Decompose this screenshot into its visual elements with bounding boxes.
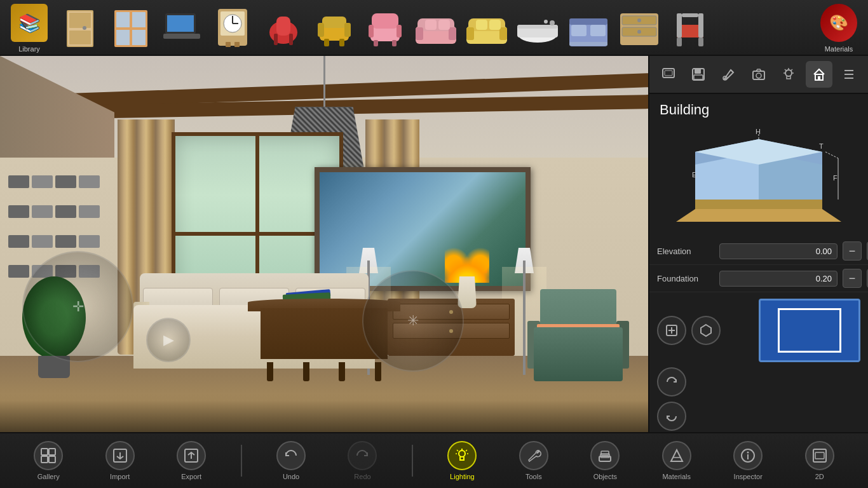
furniture-chair-red[interactable]	[261, 6, 306, 49]
redo-label: Redo	[354, 473, 370, 480]
furniture-door[interactable]	[57, 6, 103, 49]
library-button[interactable]: 📚 Library	[6, 0, 52, 55]
building-3d-diagram: T F E H	[676, 126, 841, 234]
redo-button[interactable]: Redo	[340, 438, 384, 483]
window-icon	[111, 7, 151, 48]
decor-block	[55, 235, 76, 248]
furniture-window[interactable]	[108, 6, 154, 49]
inspector-button[interactable]: Inspector	[726, 438, 770, 483]
export-button[interactable]: Export	[169, 438, 214, 483]
viewport[interactable]: ✛ ▶ ✳	[0, 56, 648, 432]
navigation-joystick-left[interactable]: ✛	[22, 251, 133, 362]
objects-button[interactable]: Objects	[583, 438, 627, 483]
tab-light[interactable]	[775, 61, 802, 88]
lamp-pole	[523, 261, 526, 375]
tab-save[interactable]	[685, 61, 712, 88]
decor-block	[32, 205, 53, 218]
building-controls	[649, 292, 868, 432]
decor-block	[79, 235, 100, 248]
move-3d-button[interactable]	[691, 316, 721, 345]
foundation-label: Foundation	[657, 274, 714, 283]
svg-text:H: H	[756, 128, 761, 135]
bottom-toolbar: Gallery Import Export Undo Redo Lighting	[0, 432, 868, 488]
materials-button[interactable]: 🎨 Materials	[816, 0, 862, 55]
svg-rect-56	[569, 42, 607, 46]
foundation-minus-button[interactable]: −	[843, 269, 862, 288]
inspector-label: Inspector	[734, 473, 763, 480]
materials-bottom-button[interactable]: Materials	[654, 438, 699, 483]
svg-line-80	[785, 69, 786, 71]
lighting-label: Lighting	[450, 473, 475, 480]
foundation-row: Foundation − +	[649, 265, 868, 292]
navigation-action-button[interactable]: ✳	[362, 270, 464, 372]
svg-rect-33	[374, 40, 378, 46]
redo-icon	[348, 441, 377, 470]
svg-line-81	[791, 69, 792, 71]
tab-home[interactable]	[806, 61, 832, 88]
svg-rect-66	[698, 37, 703, 46]
add-room-button[interactable]	[657, 316, 686, 345]
svg-rect-72	[694, 75, 703, 79]
elevation-minus-button[interactable]: −	[843, 241, 862, 261]
tools-button[interactable]: Tools	[512, 438, 556, 483]
armchair	[527, 286, 629, 381]
furniture-sofa-yellow[interactable]	[464, 6, 510, 49]
door-icon	[60, 7, 100, 48]
furniture-laptop[interactable]	[159, 6, 205, 49]
decor-block	[32, 175, 53, 188]
2d-button[interactable]: 2D	[797, 438, 842, 483]
lighting-button[interactable]: Lighting	[440, 438, 484, 483]
nav-right-arrow-icon: ▶	[163, 332, 174, 348]
red-chair-icon	[264, 7, 303, 48]
undo-button[interactable]: Undo	[269, 438, 313, 483]
svg-rect-54	[571, 25, 587, 36]
svg-line-120	[466, 450, 467, 451]
svg-rect-28	[339, 39, 344, 46]
furniture-bathtub[interactable]	[515, 6, 560, 49]
gallery-icon	[34, 441, 63, 470]
viewport-fade	[0, 400, 648, 432]
import-button[interactable]: Import	[98, 438, 142, 483]
materials-bottom-icon	[662, 441, 691, 470]
svg-rect-24	[322, 17, 346, 28]
tools-label: Tools	[526, 473, 542, 480]
furniture-clock[interactable]	[210, 6, 255, 49]
svg-rect-69	[665, 71, 672, 76]
furniture-armchair-yellow[interactable]	[311, 6, 357, 49]
svg-rect-10	[167, 15, 194, 32]
light-icon	[782, 67, 796, 81]
toolbar-divider-2	[412, 445, 413, 477]
nav-action-icon: ✳	[407, 313, 419, 329]
furniture-dresser-top[interactable]	[616, 6, 662, 49]
navigation-joystick-right[interactable]: ▶	[146, 318, 191, 362]
tab-list[interactable]	[836, 61, 862, 88]
tab-camera[interactable]	[745, 61, 772, 88]
svg-rect-83	[818, 76, 820, 80]
gallery-button[interactable]: Gallery	[26, 438, 71, 483]
pink-chair-icon	[365, 7, 405, 48]
svg-rect-37	[416, 27, 423, 40]
furniture-chair-pink[interactable]	[362, 6, 408, 49]
tab-select[interactable]	[655, 61, 682, 88]
table-leg	[303, 362, 309, 381]
pink-sofa-icon	[414, 7, 458, 48]
info-button[interactable]	[657, 402, 686, 431]
tab-paint[interactable]	[715, 61, 742, 88]
furniture-bed[interactable]	[566, 6, 611, 49]
svg-rect-17	[226, 42, 231, 47]
decor-block	[8, 265, 29, 278]
svg-rect-31	[369, 25, 374, 37]
svg-rect-44	[499, 27, 507, 40]
furniture-chair-metal[interactable]	[667, 6, 713, 49]
armchair-body	[534, 327, 623, 381]
elevation-input[interactable]	[719, 243, 837, 259]
furniture-sofa-pink[interactable]	[413, 6, 459, 49]
right-panel: Building T F E H Elevation	[648, 56, 868, 432]
decor-block	[32, 235, 53, 248]
table-leg	[267, 362, 273, 381]
svg-point-51	[544, 20, 548, 24]
foundation-input[interactable]	[719, 271, 837, 287]
metal-chair-icon	[670, 7, 710, 48]
floor-plan-thumbnail[interactable]	[759, 299, 860, 362]
rotate-button[interactable]	[657, 367, 686, 396]
